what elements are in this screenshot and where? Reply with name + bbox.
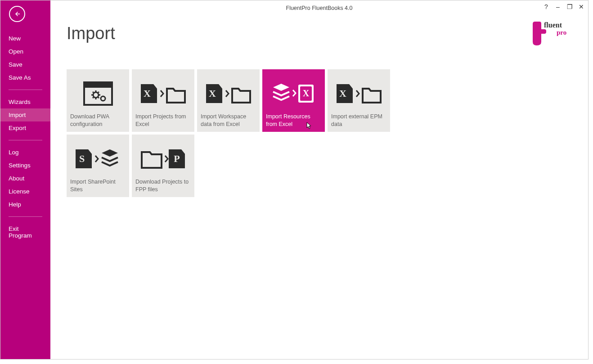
- tile-import-external-epm-data[interactable]: X Import external EPM data: [328, 69, 390, 132]
- minimize-button[interactable]: –: [555, 3, 561, 10]
- pwa-config-icon: [70, 74, 126, 113]
- svg-text:S: S: [79, 153, 84, 164]
- sidebar-item-log[interactable]: Log: [0, 146, 50, 159]
- sidebar-item-wizards[interactable]: Wizards: [0, 95, 50, 108]
- sidebar-item-open[interactable]: Open: [0, 45, 50, 58]
- tile-import-workspace-data-from-excel[interactable]: X Import Workspace data from Excel: [197, 69, 260, 132]
- tile-label: Download Projects to FPP files: [135, 178, 191, 193]
- titlebar: FluentPro FluentBooks 4.0 ? – ❐ ✕: [50, 0, 588, 16]
- folder-p-icon: P: [135, 139, 191, 178]
- sidebar: NewOpenSaveSave AsWizardsImportExportLog…: [0, 0, 50, 359]
- svg-text:P: P: [174, 153, 180, 164]
- sidebar-item-save[interactable]: Save: [0, 58, 50, 71]
- tile-import-projects-from-excel[interactable]: X Import Projects from Excel: [132, 69, 194, 132]
- sidebar-separator: [9, 140, 42, 140]
- sidebar-item-export[interactable]: Export: [0, 121, 50, 135]
- app-window: NewOpenSaveSave AsWizardsImportExportLog…: [0, 0, 589, 360]
- svg-text:X: X: [209, 88, 216, 99]
- sidebar-item-help[interactable]: Help: [0, 198, 50, 211]
- tile-import-sharepoint-sites[interactable]: S Import SharePoint Sites: [67, 135, 129, 197]
- sidebar-item-import[interactable]: Import: [0, 108, 50, 121]
- logo-text-top: fluent: [544, 21, 562, 29]
- main-area: FluentPro FluentBooks 4.0 ? – ❐ ✕ Import…: [50, 0, 588, 359]
- sharepoint-stack-icon: S: [70, 139, 126, 178]
- svg-line-10: [93, 97, 94, 98]
- tile-grid: Download PWA configuration X Import Proj…: [67, 69, 400, 197]
- tile-label: Import SharePoint Sites: [70, 178, 126, 193]
- tile-label: Import external EPM data: [331, 113, 386, 128]
- svg-line-11: [98, 92, 99, 93]
- svg-rect-2: [84, 82, 112, 88]
- svg-line-8: [93, 92, 94, 93]
- stack-excel-icon: X: [266, 74, 321, 113]
- excel-folder-icon: X: [201, 74, 256, 113]
- sidebar-item-about[interactable]: About: [0, 172, 50, 185]
- sidebar-item-new[interactable]: New: [0, 32, 50, 45]
- svg-point-3: [93, 92, 99, 98]
- app-title: FluentPro FluentBooks 4.0: [286, 5, 353, 11]
- close-button[interactable]: ✕: [578, 3, 584, 10]
- tile-label: Import Resources from Excel: [266, 113, 321, 128]
- svg-text:X: X: [302, 88, 309, 98]
- tile-label: Import Projects from Excel: [135, 113, 191, 128]
- window-controls: ? – ❐ ✕: [543, 3, 584, 10]
- sidebar-separator: [9, 216, 42, 217]
- page-title: Import: [67, 24, 588, 43]
- help-button[interactable]: ?: [543, 3, 549, 10]
- tile-download-pwa-configuration[interactable]: Download PWA configuration: [67, 69, 129, 132]
- svg-text:X: X: [144, 88, 151, 99]
- tile-download-projects-to-fpp-files[interactable]: P Download Projects to FPP files: [132, 135, 194, 197]
- svg-point-12: [101, 96, 105, 101]
- sidebar-item-exit-program[interactable]: Exit Program: [0, 222, 50, 242]
- logo-text-bottom: pro: [557, 29, 566, 36]
- back-button[interactable]: [9, 6, 25, 22]
- tile-import-resources-from-excel[interactable]: X Import Resources from Excel: [262, 69, 325, 132]
- sidebar-item-save-as[interactable]: Save As: [0, 71, 50, 84]
- svg-text:X: X: [339, 88, 346, 99]
- tile-label: Import Workspace data from Excel: [201, 113, 256, 128]
- sidebar-separator: [9, 90, 42, 90]
- sidebar-item-license[interactable]: License: [0, 185, 50, 198]
- maximize-button[interactable]: ❐: [566, 3, 573, 10]
- svg-rect-0: [533, 29, 546, 34]
- brand-logo: fluent pro: [530, 19, 575, 46]
- excel-folder-icon: X: [135, 74, 191, 113]
- svg-line-9: [98, 97, 99, 98]
- arrow-left-icon: [13, 10, 21, 18]
- tile-label: Download PWA configuration: [70, 113, 126, 128]
- excel-folder-icon: X: [331, 74, 386, 113]
- sidebar-item-settings[interactable]: Settings: [0, 159, 50, 172]
